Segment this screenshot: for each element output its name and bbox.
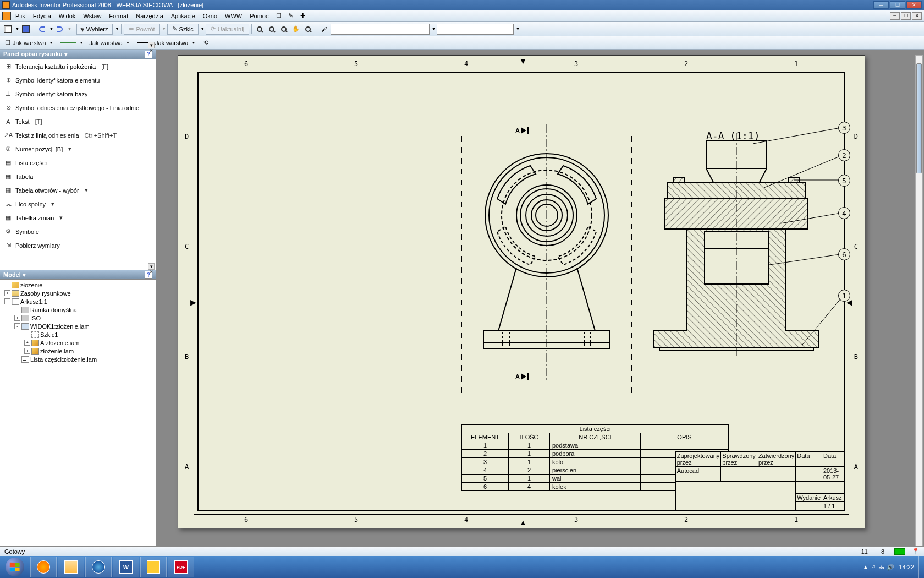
linetype-combo[interactable]: ☐ Jak warstwa ▼ (2, 37, 56, 48)
task-notes[interactable] (140, 557, 167, 577)
tray-flag-icon[interactable]: ▲ (863, 564, 869, 571)
update-button[interactable]: ⟳ Uaktualnij (206, 24, 249, 35)
undo-button[interactable] (36, 24, 47, 35)
tray-action-icon[interactable]: ⚐ (871, 564, 876, 571)
mdi-minimize[interactable]: ─ (890, 12, 900, 20)
sketch-button[interactable]: ✎ Szkic (167, 24, 199, 35)
panel-item-2[interactable]: ⊥Symbol identyfikatora bazy (0, 87, 156, 101)
tree-row-4[interactable]: +ISO (1, 314, 155, 322)
menu-okno[interactable]: Okno (200, 12, 221, 20)
tree-row-2[interactable]: -Arkusz1:1 (1, 297, 155, 306)
tree-row-6[interactable]: Szkic1 (1, 330, 155, 339)
tree-row-9[interactable]: Lista części:złożenie.iam (1, 355, 155, 363)
panel-item-11[interactable]: ▦Tabelka zmian▾ (0, 211, 156, 225)
panel-item-1[interactable]: ⊕Symbol identyfikatora elementu (0, 73, 156, 87)
menu-format[interactable]: Format (106, 12, 131, 20)
task-word[interactable]: W (113, 557, 139, 577)
tray-volume-icon[interactable]: 🔊 (887, 564, 894, 571)
model-panel-header[interactable]: Model ▾ ? (0, 270, 156, 280)
menu-edycja[interactable]: Edycja (30, 12, 54, 20)
maximize-button[interactable]: ☐ (890, 1, 905, 9)
tray-network-icon[interactable]: 🖧 (878, 564, 884, 571)
task-explorer[interactable] (58, 557, 84, 577)
panel-item-5[interactable]: ↗ATekst z linią odniesieniaCtrl+Shift+T (0, 128, 156, 142)
mdi-restore[interactable]: ☐ (901, 12, 911, 20)
panel-item-13[interactable]: ⇲Pobierz wymiary (0, 238, 156, 252)
select-button[interactable]: Wybierz (76, 24, 113, 35)
zoom-all-button[interactable] (254, 24, 265, 35)
panel-item-0[interactable]: ⊞Tolerancja kształtu i położenia[F] (0, 59, 156, 73)
tree-row-8[interactable]: +złożenie.iam (1, 347, 155, 355)
panel-item-8[interactable]: ▦Tabela (0, 170, 156, 183)
model-tree[interactable]: złożenie+Zasoby rysunkowe-Arkusz1:1Ramka… (0, 280, 156, 569)
style-combo[interactable] (331, 24, 430, 35)
panel-item-6[interactable]: ①Numer pozycji [B]▾ (0, 142, 156, 156)
task-pdf[interactable]: PDF (168, 557, 194, 577)
layer-toolbar: ☐ Jak warstwa ▼ ▼ Jak warstwa ▼ Jak wars… (0, 36, 924, 50)
balloon-6[interactable]: 6 (838, 248, 850, 260)
tree-row-0[interactable]: złożenie (1, 281, 155, 289)
zoom-button[interactable] (278, 24, 289, 35)
panel-item-9[interactable]: ▦Tabela otworów - wybór▾ (0, 183, 156, 197)
balloon-4[interactable]: 4 (838, 207, 850, 219)
status-pin-icon[interactable]: 📍 (912, 548, 920, 555)
parts-row-0[interactable]: 11podstawa (462, 441, 729, 450)
task-ie[interactable] (85, 557, 112, 577)
menu-plik[interactable]: Plik (12, 12, 29, 20)
tree-row-5[interactable]: -WIDOK1:złożenie.iam (1, 322, 155, 330)
model-panel-undock[interactable]: ▾ ✕ (148, 263, 155, 270)
menu-extra1[interactable]: ☐ (273, 10, 284, 21)
tree-row-7[interactable]: +A:złożenie.iam (1, 339, 155, 347)
redo-button[interactable] (54, 24, 65, 35)
return-button[interactable]: ⬅ Powrót (124, 24, 160, 35)
panel-item-7[interactable]: ▤Lista części (0, 156, 156, 170)
close-button[interactable]: ✕ (906, 1, 922, 9)
menu-aplikacje[interactable]: Aplikacje (168, 12, 199, 20)
layer-extra[interactable]: ⟲ (200, 37, 211, 48)
mdi-close[interactable]: ✕ (912, 12, 922, 20)
balloon-3[interactable]: 3 (838, 122, 850, 134)
start-button[interactable] (0, 556, 30, 578)
balloon-1[interactable]: 1 (838, 290, 850, 302)
balloon-5[interactable]: 5 (838, 175, 850, 187)
save-button[interactable] (20, 24, 31, 35)
panel-item-4[interactable]: ATekst[T] (0, 114, 156, 128)
lineweight-combo[interactable]: ▼ Jak warstwa ▼ (58, 37, 132, 48)
menu-extra2[interactable]: ✎ (285, 10, 296, 21)
menu-extra3[interactable]: ✚ (298, 10, 309, 21)
menu-www[interactable]: WWW (222, 12, 245, 20)
task-wmp[interactable] (30, 557, 57, 577)
title-bar: Autodesk Inventor Professional 2008 - WE… (0, 0, 924, 10)
status-indicator (894, 548, 905, 555)
zoom-window-button[interactable] (266, 24, 277, 35)
tree-row-1[interactable]: +Zasoby rysunkowe (1, 289, 155, 297)
drawing-panel-header[interactable]: Panel opisu rysunku ▾ ? (0, 50, 156, 59)
minimize-button[interactable]: ─ (873, 1, 889, 9)
panel-undock[interactable]: ▾ ✕ (148, 42, 155, 48)
paint-button[interactable]: 🖌 (318, 24, 329, 35)
menu-pomoc[interactable]: Pomoc (246, 12, 272, 20)
menu-widok[interactable]: Widok (56, 12, 79, 20)
menu-wstaw[interactable]: Wstaw (80, 12, 105, 20)
system-tray[interactable]: ▲ ⚐ 🖧 🔊 14:22 (859, 564, 919, 571)
pan-button[interactable]: ✋ (290, 24, 301, 35)
tree-row-3[interactable]: Ramka domyślna (1, 306, 155, 314)
main-toolbar: ▼ ▼ ▼ Wybierz ▼ ⬅ Powrót ▼ ✎ Szkic ▼ ⟳ U… (0, 22, 924, 36)
balloon-2[interactable]: 2 (838, 149, 850, 161)
menu-narzedzia[interactable]: Narzędzia (133, 12, 167, 20)
vertical-scrollbar[interactable] (915, 55, 923, 564)
title-block: Zaprojektowany przez Sprawdzony przez Za… (675, 451, 845, 511)
left-panel: ▾ ✕ Panel opisu rysunku ▾ ? ⊞Tolerancja … (0, 50, 156, 569)
layer-combo[interactable]: Jak warstwa ▼ (135, 37, 198, 48)
panel-item-12[interactable]: ⚙Symbole (0, 225, 156, 238)
show-desktop-button[interactable] (919, 556, 924, 578)
svg-line-26 (753, 127, 844, 144)
taskbar: W PDF ▲ ⚐ 🖧 🔊 14:22 (0, 556, 924, 578)
panel-item-3[interactable]: ⊘Symbol odniesienia cząstkowego - Linia … (0, 101, 156, 114)
new-button[interactable] (2, 24, 13, 35)
tray-clock[interactable]: 14:22 (899, 564, 914, 570)
zoom-sel-button[interactable] (302, 24, 314, 35)
drawing-canvas[interactable]: 6 5 4 3 2 1 6 5 4 3 2 1 D C B A D C B A … (156, 50, 924, 569)
style-combo2[interactable] (437, 24, 514, 35)
panel-item-10[interactable]: ⫘Lico spoiny▾ (0, 197, 156, 211)
